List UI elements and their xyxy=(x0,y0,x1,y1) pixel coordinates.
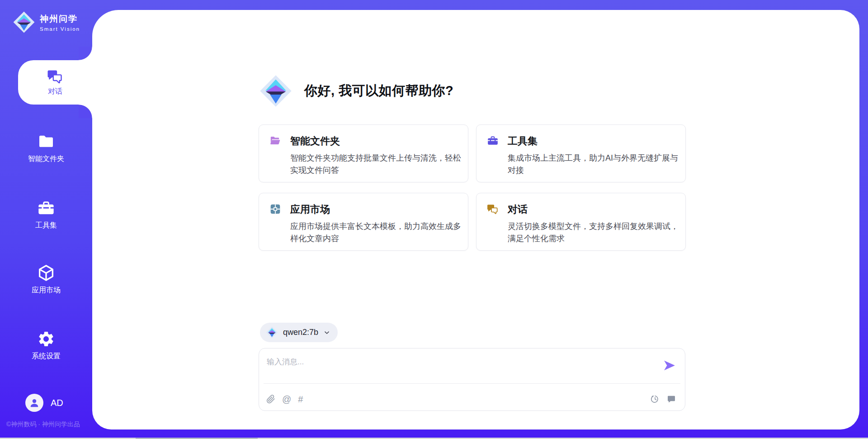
composer: @ # xyxy=(259,348,685,411)
card-description: 集成市场上主流工具，助力AI与外界无缝扩展与对接 xyxy=(508,152,684,177)
sidebar-item-label: 对话 xyxy=(48,87,62,96)
feature-cards: 智能文件夹 智能文件夹功能支持批量文件上传与清洗，轻松实现文件问答 工具集 集成… xyxy=(259,124,686,251)
card-description: 灵活切换多模型文件，支持多样回复效果调试，满足个性化需求 xyxy=(508,220,684,245)
greeting: 你好, 我可以如何帮助你? xyxy=(259,74,453,108)
folder-icon xyxy=(36,133,56,151)
brand-name: 神州问学 xyxy=(40,13,80,25)
brand-subtitle: Smart Vision xyxy=(40,26,80,32)
card-title: 应用市场 xyxy=(290,203,330,216)
sidebar: 神州问学 Smart Vision 对话 智能文件夹 工具集 应用市场 系统设置 xyxy=(0,0,92,439)
sidebar-footer: ©神州数码 · 神州问学出品 xyxy=(6,420,80,429)
sidebar-item-toolset[interactable]: 工具集 xyxy=(0,199,92,230)
message-input[interactable] xyxy=(267,355,610,369)
cube-icon xyxy=(36,264,56,282)
sidebar-item-label: 智能文件夹 xyxy=(28,154,64,164)
sidebar-item-app-market[interactable]: 应用市场 xyxy=(0,264,92,295)
brand-gem-icon xyxy=(13,11,35,33)
card-title: 对话 xyxy=(508,203,528,216)
sidebar-item-smart-folder[interactable]: 智能文件夹 xyxy=(0,133,92,164)
toolbox-icon xyxy=(36,199,56,217)
sidebar-item-settings[interactable]: 系统设置 xyxy=(0,330,92,361)
send-icon xyxy=(664,360,675,371)
card-title: 工具集 xyxy=(508,134,538,148)
app-grid-icon xyxy=(269,203,283,216)
history-icon xyxy=(651,395,660,404)
card-description: 智能文件夹功能支持批量文件上传与清洗，轻松实现文件问答 xyxy=(290,152,467,177)
model-name: qwen2:7b xyxy=(283,328,318,337)
sidebar-item-label: 系统设置 xyxy=(32,352,61,361)
open-folder-icon xyxy=(269,135,283,148)
greeting-text: 你好, 我可以如何帮助你? xyxy=(304,82,453,100)
person-icon xyxy=(29,397,40,408)
sidebar-item-chat[interactable]: 对话 xyxy=(18,60,92,105)
chat-bubble-icon xyxy=(667,395,676,404)
attach-button[interactable] xyxy=(266,395,275,404)
card-chat[interactable]: 对话 灵活切换多模型文件，支持多样回复效果调试，满足个性化需求 xyxy=(476,193,686,251)
model-selector[interactable]: qwen2:7b xyxy=(260,323,338,342)
composer-divider xyxy=(264,383,680,384)
gear-icon xyxy=(36,330,56,348)
card-title: 智能文件夹 xyxy=(290,134,340,148)
paperclip-icon xyxy=(266,395,275,404)
avatar xyxy=(25,394,43,412)
card-description: 应用市场提供丰富长文本模板，助力高效生成多样化文章内容 xyxy=(290,220,467,245)
card-toolset[interactable]: 工具集 集成市场上主流工具，助力AI与外界无缝扩展与对接 xyxy=(476,124,686,182)
chevron-down-icon xyxy=(323,329,330,336)
model-gem-icon xyxy=(266,326,278,339)
chat-icon xyxy=(46,68,64,85)
card-app-market[interactable]: 应用市场 应用市场提供丰富长文本模板，助力高效生成多样化文章内容 xyxy=(259,193,468,251)
assistant-gem-icon xyxy=(259,74,292,108)
brand: 神州问学 Smart Vision xyxy=(13,11,80,33)
mention-button[interactable]: @ xyxy=(282,395,291,404)
sidebar-item-label: 工具集 xyxy=(35,221,57,230)
user-initials: AD xyxy=(51,398,63,408)
card-smart-folder[interactable]: 智能文件夹 智能文件夹功能支持批量文件上传与清洗，轻松实现文件问答 xyxy=(259,124,468,182)
toolbox-icon xyxy=(486,135,500,148)
user-profile[interactable]: AD xyxy=(25,394,63,412)
sidebar-item-label: 应用市场 xyxy=(32,286,61,295)
history-button[interactable] xyxy=(651,395,660,404)
main-panel: 你好, 我可以如何帮助你? 智能文件夹 智能文件夹功能支持批量文件上传与清洗，轻… xyxy=(92,10,859,429)
conversation-button[interactable] xyxy=(667,395,676,404)
chat-icon xyxy=(486,203,500,216)
hashtag-button[interactable]: # xyxy=(298,395,303,404)
send-button[interactable] xyxy=(664,360,675,371)
